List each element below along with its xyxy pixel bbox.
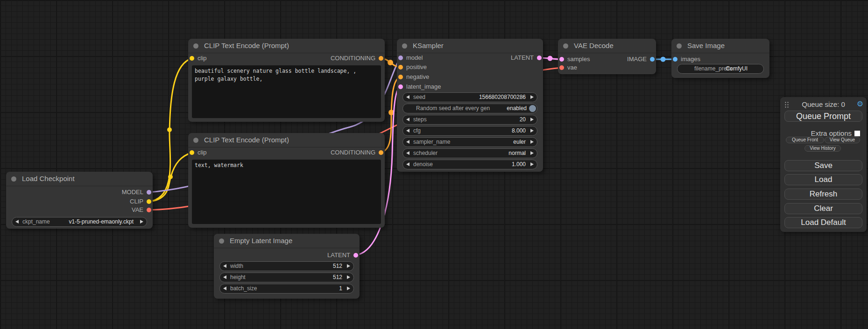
prev-arrow-icon[interactable] xyxy=(406,151,409,155)
node-header[interactable]: CLIP Text Encode (Prompt) xyxy=(188,39,385,53)
collapse-dot[interactable] xyxy=(219,238,224,244)
widget-width[interactable]: width 512 xyxy=(219,261,354,271)
increment-arrow-icon[interactable] xyxy=(530,118,534,121)
widget-steps[interactable]: steps 20 xyxy=(402,115,537,125)
node-vae-decode[interactable]: VAE Decode samples IMAGE vae xyxy=(558,39,656,74)
increment-arrow-icon[interactable] xyxy=(347,264,350,268)
widget-value: 512 xyxy=(333,262,342,271)
node-clip-text-encode-positive[interactable]: CLIP Text Encode (Prompt) clip CONDITION… xyxy=(188,39,385,122)
decrement-arrow-icon[interactable] xyxy=(223,275,226,279)
load-button[interactable]: Load xyxy=(784,174,862,185)
node-load-checkpoint[interactable]: Load Checkpoint MODEL CLIP VAE ckpt_name… xyxy=(6,172,153,229)
widget-value: 8.000 xyxy=(512,126,526,135)
load-default-button[interactable]: Load Default xyxy=(784,217,862,228)
port-latent-output[interactable] xyxy=(537,56,542,60)
decrement-arrow-icon[interactable] xyxy=(223,264,226,268)
widget-scheduler[interactable]: scheduler normal xyxy=(402,148,537,158)
widget-denoise[interactable]: denoise 1.000 xyxy=(402,160,537,169)
next-arrow-icon[interactable] xyxy=(140,220,143,224)
widget-value: normal xyxy=(508,149,526,158)
save-button[interactable]: Save xyxy=(784,160,862,171)
node-save-image[interactable]: Save Image images filename_prefix ComfyU… xyxy=(671,39,769,78)
gear-icon[interactable]: ⚙ xyxy=(857,99,863,108)
view-history-button[interactable]: View History xyxy=(804,145,841,152)
node-header[interactable]: Empty Latent Image xyxy=(214,234,360,248)
widget-label: steps xyxy=(413,115,427,124)
node-clip-text-encode-negative[interactable]: CLIP Text Encode (Prompt) clip CONDITION… xyxy=(188,133,385,228)
increment-arrow-icon[interactable] xyxy=(530,95,534,99)
widget-label: seed xyxy=(413,93,425,102)
port-conditioning-output[interactable] xyxy=(379,56,383,61)
clear-button[interactable]: Clear xyxy=(784,203,862,214)
node-header[interactable]: Load Checkpoint xyxy=(6,172,153,186)
decrement-arrow-icon[interactable] xyxy=(406,118,409,121)
next-arrow-icon[interactable] xyxy=(530,162,534,166)
collapse-dot[interactable] xyxy=(193,43,198,49)
next-arrow-icon[interactable] xyxy=(530,140,534,144)
prev-arrow-icon[interactable] xyxy=(15,220,19,224)
node-header[interactable]: CLIP Text Encode (Prompt) xyxy=(188,133,385,147)
port-vae-output[interactable] xyxy=(147,208,151,212)
decrement-arrow-icon[interactable] xyxy=(223,287,226,290)
widget-seed[interactable]: seed 156680208700286 xyxy=(402,92,537,102)
port-conditioning-output[interactable] xyxy=(379,150,383,155)
port-latent-output[interactable] xyxy=(353,253,358,258)
increment-arrow-icon[interactable] xyxy=(347,287,350,290)
increment-arrow-icon[interactable] xyxy=(347,275,350,279)
port-latent-image-input[interactable] xyxy=(398,84,403,89)
port-clip-output[interactable] xyxy=(147,199,151,204)
decrement-arrow-icon[interactable] xyxy=(406,162,409,166)
queue-prompt-button[interactable]: Queue Prompt xyxy=(784,111,862,122)
port-negative-input[interactable] xyxy=(398,75,403,79)
refresh-button[interactable]: Refresh xyxy=(784,189,862,200)
decrement-arrow-icon[interactable] xyxy=(406,95,409,99)
port-model-input[interactable] xyxy=(398,56,403,60)
port-model-output[interactable] xyxy=(147,190,151,195)
port-vae-input[interactable] xyxy=(559,65,564,70)
collapse-dot[interactable] xyxy=(193,138,198,143)
extra-options-checkbox[interactable] xyxy=(854,131,860,136)
node-empty-latent-image[interactable]: Empty Latent Image LATENT width 512 heig… xyxy=(214,234,360,299)
link-dot xyxy=(168,175,173,179)
collapse-dot[interactable] xyxy=(563,43,568,49)
queue-front-button[interactable]: Queue Front xyxy=(786,137,824,143)
widget-batch-size[interactable]: batch_size 1 xyxy=(219,284,354,294)
node-header[interactable]: VAE Decode xyxy=(558,39,656,53)
decrement-arrow-icon[interactable] xyxy=(406,129,409,133)
prompt-textarea[interactable]: beautiful scenery nature glass bottle la… xyxy=(192,65,381,118)
port-clip-input[interactable] xyxy=(190,150,194,155)
widget-random-seed-toggle[interactable]: Random seed after every gen enabled xyxy=(402,104,537,113)
collapse-dot[interactable] xyxy=(402,43,407,49)
widget-label: height xyxy=(230,273,246,282)
collapse-dot[interactable] xyxy=(11,176,16,182)
next-arrow-icon[interactable] xyxy=(530,151,534,155)
extra-options-row: Extra options xyxy=(780,129,860,137)
widget-cfg[interactable]: cfg 8.000 xyxy=(402,126,537,136)
widget-label: cfg xyxy=(413,126,421,135)
prev-arrow-icon[interactable] xyxy=(406,140,409,144)
toggle-knob[interactable] xyxy=(529,105,536,112)
widget-sampler-name[interactable]: sampler_name euler xyxy=(402,137,537,147)
queue-panel[interactable]: Queue size: 0 ⚙ Queue Prompt Extra optio… xyxy=(780,97,867,232)
port-label-images: images xyxy=(681,55,700,64)
port-samples-input[interactable] xyxy=(559,57,564,62)
increment-arrow-icon[interactable] xyxy=(530,129,534,133)
collapse-dot[interactable] xyxy=(677,43,682,49)
node-header[interactable]: Save Image xyxy=(671,39,769,53)
view-queue-button[interactable]: View Queue xyxy=(825,137,860,143)
port-images-input[interactable] xyxy=(673,57,677,62)
widget-height[interactable]: height 512 xyxy=(219,273,354,282)
port-clip-input[interactable] xyxy=(190,56,194,61)
node-header[interactable]: KSampler xyxy=(397,39,543,53)
port-positive-input[interactable] xyxy=(398,65,403,70)
port-label-model: model xyxy=(406,53,423,63)
prompt-textarea[interactable]: text, watermark xyxy=(192,160,381,224)
widget-filename-prefix[interactable]: filename_prefix ComfyUI xyxy=(677,64,764,74)
widget-ckpt-name[interactable]: ckpt_name v1-5-pruned-emaonly.ckpt xyxy=(12,217,147,227)
widget-value: 20 xyxy=(520,115,526,124)
node-ksampler[interactable]: KSampler model LATENT positive negative … xyxy=(397,39,543,172)
link-dot xyxy=(548,56,553,61)
port-image-output[interactable] xyxy=(650,57,655,62)
node-graph-canvas[interactable]: Load Checkpoint MODEL CLIP VAE ckpt_name… xyxy=(0,0,868,329)
port-label-image: IMAGE xyxy=(627,55,647,64)
